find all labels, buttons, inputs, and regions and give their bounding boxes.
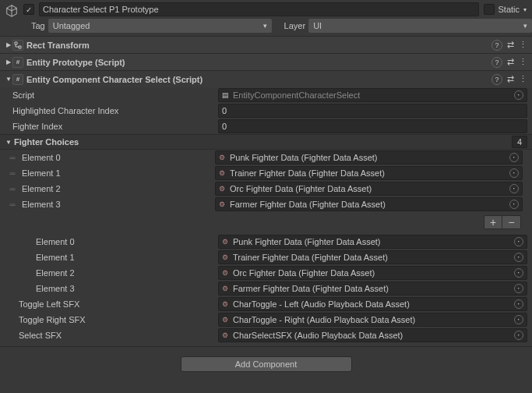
object-field[interactable]: ⚙CharSelectSFX (Audio Playback Data Asse…	[218, 328, 527, 342]
asset-icon: ⚙	[222, 285, 230, 292]
rect-transform-icon	[12, 40, 23, 51]
gameobject-name-input[interactable]: Character Select P1 Prototype	[39, 2, 479, 16]
help-icon[interactable]: ?	[491, 74, 502, 85]
element-label: Element 3	[5, 284, 218, 293]
presets-icon[interactable]: ⇄	[506, 74, 515, 84]
element-label: Element 1	[5, 253, 218, 262]
asset-icon: ⚙	[222, 300, 230, 308]
presets-icon[interactable]: ⇄	[506, 57, 515, 67]
foldout-icon: ▼	[5, 139, 12, 146]
tag-label: Tag	[31, 21, 45, 30]
array-element-label: Element 3	[20, 200, 215, 209]
object-picker-icon[interactable]	[509, 168, 519, 178]
array-size-input[interactable]: 4	[512, 136, 527, 148]
help-icon[interactable]: ?	[491, 57, 502, 68]
asset-icon: ⚙	[222, 316, 230, 324]
object-field[interactable]: ⚙Farmer Fighter Data (Fighter Data Asset…	[215, 197, 523, 211]
object-field[interactable]: ⚙Farmer Fighter Data (Fighter Data Asset…	[218, 281, 527, 296]
foldout-icon: ▼	[5, 76, 12, 83]
element-label: Element 0	[5, 237, 218, 246]
layer-dropdown[interactable]: UI	[308, 19, 532, 33]
object-picker-icon[interactable]	[514, 268, 523, 278]
element-label: Element 2	[5, 268, 218, 278]
fighter-index-input[interactable]: 0	[218, 119, 527, 133]
script-property-label: Script	[5, 90, 218, 100]
layer-label: Layer	[284, 21, 306, 30]
component-title: Entity Component Character Select (Scrip…	[26, 75, 488, 84]
divider	[0, 346, 532, 347]
add-component-button[interactable]: Add Component	[181, 356, 352, 372]
help-icon[interactable]: ?	[491, 40, 502, 51]
component-title: Rect Transform	[26, 41, 488, 50]
object-field[interactable]: ⚙Orc Fighter Data (Fighter Data Asset)	[215, 182, 523, 196]
toggle-left-sfx-label: Toggle Left SFX	[5, 299, 218, 309]
array-element-label: Element 0	[20, 153, 215, 162]
rect-transform-header[interactable]: ▶ Rect Transform ? ⇄ ⋮	[0, 36, 532, 53]
fighter-choices-header[interactable]: ▼ Fighter Choices 4	[0, 134, 532, 150]
menu-icon[interactable]: ⋮	[518, 74, 527, 84]
menu-icon[interactable]: ⋮	[518, 57, 527, 67]
drag-handle-icon[interactable]: ═	[5, 154, 20, 162]
highlighted-index-input[interactable]: 0	[218, 104, 527, 118]
gameobject-enabled-checkbox[interactable]	[23, 4, 34, 15]
asset-icon: ⚙	[219, 200, 227, 208]
asset-icon: ⚙	[222, 269, 230, 277]
highlighted-index-label: Highlighted Character Index	[5, 106, 218, 115]
entity-prototype-header[interactable]: ▶ # Entity Prototype (Script) ? ⇄ ⋮	[0, 53, 532, 70]
fighter-index-label: Fighter Index	[5, 122, 218, 131]
object-field[interactable]: ⚙Trainer Fighter Data (Fighter Data Asse…	[215, 166, 523, 180]
component-title: Entity Prototype (Script)	[26, 58, 488, 67]
script-icon: #	[12, 74, 23, 85]
object-picker-icon[interactable]	[514, 90, 523, 100]
object-picker-icon[interactable]	[514, 253, 523, 262]
static-checkbox[interactable]	[484, 4, 495, 15]
drag-handle-icon[interactable]: ═	[5, 169, 20, 178]
script-object-field[interactable]: ▤ EntityComponentCharacterSelect	[218, 88, 527, 102]
foldout-icon: ▶	[5, 58, 12, 66]
char-select-header[interactable]: ▼ # Entity Component Character Select (S…	[0, 70, 532, 87]
object-picker-icon[interactable]	[509, 200, 519, 209]
object-picker-icon[interactable]	[514, 284, 523, 293]
object-picker-icon[interactable]	[514, 315, 523, 324]
tag-dropdown[interactable]: Untagged	[48, 19, 272, 33]
script-asset-icon: ▤	[222, 91, 230, 99]
drag-handle-icon[interactable]: ═	[5, 200, 20, 209]
array-add-button[interactable]: +	[484, 215, 502, 229]
menu-icon[interactable]: ⋮	[518, 40, 527, 50]
array-remove-button[interactable]: −	[502, 215, 521, 229]
object-field[interactable]: ⚙CharToggle - Left (Audio Playback Data …	[218, 297, 527, 311]
asset-icon: ⚙	[222, 331, 230, 339]
gameobject-icon	[5, 4, 19, 18]
select-sfx-label: Select SFX	[5, 331, 218, 340]
asset-icon: ⚙	[219, 169, 227, 177]
array-element-label: Element 1	[20, 168, 215, 178]
object-picker-icon[interactable]	[514, 299, 523, 309]
static-dropdown-arrow[interactable]: ▾	[521, 6, 529, 13]
toggle-right-sfx-label: Toggle Right SFX	[5, 315, 218, 324]
asset-icon: ⚙	[222, 238, 230, 246]
script-icon: #	[12, 57, 23, 68]
presets-icon[interactable]: ⇄	[506, 40, 515, 50]
asset-icon: ⚙	[219, 154, 227, 161]
object-field[interactable]: ⚙CharToggle - Right (Audio Playback Data…	[218, 313, 527, 327]
asset-icon: ⚙	[222, 253, 230, 261]
array-element-label: Element 2	[20, 184, 215, 193]
object-field[interactable]: ⚙Trainer Fighter Data (Fighter Data Asse…	[218, 250, 527, 264]
object-field[interactable]: ⚙Punk Fighter Data (Fighter Data Asset)	[215, 150, 523, 165]
object-picker-icon[interactable]	[509, 153, 519, 162]
object-field[interactable]: ⚙Punk Fighter Data (Fighter Data Asset)	[218, 235, 527, 249]
array-label: Fighter Choices	[14, 137, 79, 147]
object-picker-icon[interactable]	[514, 237, 523, 246]
object-picker-icon[interactable]	[509, 184, 519, 193]
object-field[interactable]: ⚙Orc Fighter Data (Fighter Data Asset)	[218, 266, 527, 280]
drag-handle-icon[interactable]: ═	[5, 185, 20, 193]
foldout-icon: ▶	[5, 41, 12, 48]
static-label: Static	[498, 5, 520, 14]
asset-icon: ⚙	[219, 185, 227, 193]
object-picker-icon[interactable]	[514, 331, 523, 340]
